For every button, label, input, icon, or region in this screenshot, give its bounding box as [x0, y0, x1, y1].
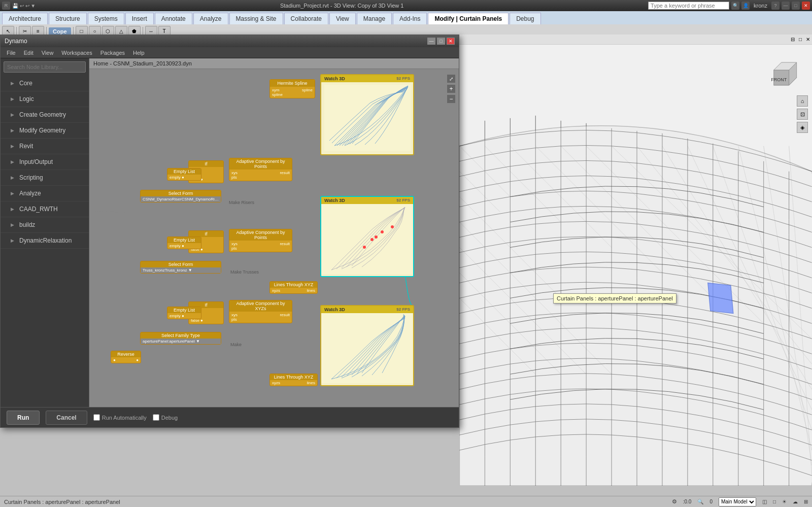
tab-view[interactable]: View: [329, 13, 356, 24]
revit-3d-viewport[interactable]: ⊟ □ ✕: [459, 35, 812, 486]
zoom-in-button[interactable]: +: [447, 84, 456, 93]
sidebar-item-core[interactable]: ▶ Core: [1, 76, 89, 91]
model-selector[interactable]: Main Model: [719, 497, 756, 506]
select-form-node-1[interactable]: Select Form CSNM_DynamoRiserCSNM_DynamoR…: [140, 190, 221, 202]
dynamo-close[interactable]: ✕: [447, 38, 455, 45]
watch3d-node-3[interactable]: Watch 3D $2 FPS: [320, 305, 414, 386]
svg-point-4: [363, 246, 366, 249]
search-node-input[interactable]: [4, 61, 86, 73]
select-form-1-value[interactable]: CSNM_DynamoRiserCSNM_DynamoRiser ▼: [141, 196, 221, 202]
select-family-type-node[interactable]: Select Family Type aperturePanel:apertur…: [140, 332, 221, 345]
tab-systems[interactable]: Systems: [88, 13, 124, 24]
title-bar-right: 🔍 👤 kronz ? — □ ✕: [648, 2, 810, 10]
empty-list-node-3[interactable]: Empty List empty ●: [167, 307, 201, 319]
sidebar-label-dynamicrelaxation: DynamicRelaxation: [19, 237, 72, 244]
dynamo-minimize[interactable]: —: [427, 38, 435, 45]
search-icon[interactable]: 🔍: [731, 2, 739, 10]
select-family-value[interactable]: aperturePanel:aperturePanel ▼: [141, 339, 221, 344]
sidebar-item-analyze[interactable]: ▶ Analyze: [1, 186, 89, 201]
watch3d-1-header: Watch 3D $2 FPS: [321, 75, 413, 82]
adaptive-component-node-2[interactable]: Adaptive Component by Points xyspts resu…: [229, 229, 292, 252]
empty-list-node-2[interactable]: Empty List empty ●: [167, 236, 201, 249]
sidebar-item-inputoutput[interactable]: ▶ Input/Output: [1, 154, 89, 170]
cancel-button[interactable]: Cancel: [46, 411, 87, 425]
visual-style: □: [773, 499, 776, 504]
sidebar-item-modify-geometry[interactable]: ▶ Modify Geometry: [1, 123, 89, 139]
canvas-area[interactable]: ⤢ + − Hermite Spline xymspline spline: [89, 69, 459, 407]
zoom-extents-btn[interactable]: ⊡: [797, 109, 808, 120]
reverse-node[interactable]: Reverse ● ●: [111, 351, 141, 363]
sidebar-label-core: Core: [19, 80, 32, 87]
sidebar-item-scripting[interactable]: ▶ Scripting: [1, 170, 89, 186]
3d-view-btn[interactable]: ◈: [797, 122, 808, 133]
zoom-fit-button[interactable]: ⤢: [447, 74, 456, 83]
empty-list-node-1[interactable]: Empty List empty ●: [167, 168, 201, 181]
dynamo-menu-workspaces[interactable]: Workspaces: [57, 49, 96, 57]
lines-1-out: lines: [307, 288, 315, 293]
status-message: Curtain Panels : aperturePanel : apertur…: [4, 499, 120, 505]
zoom-out-button[interactable]: −: [447, 94, 456, 104]
tab-analyze[interactable]: Analyze: [193, 13, 228, 24]
sidebar-item-logic[interactable]: ▶ Logic: [1, 91, 89, 107]
debug-container: Debug: [153, 414, 178, 421]
run-auto-checkbox[interactable]: [93, 414, 100, 421]
tab-manage[interactable]: Manage: [357, 13, 392, 24]
tab-modify-curtain-panels[interactable]: Modify | Curtain Panels: [428, 13, 509, 24]
status-coords: :0.0: [683, 499, 692, 504]
lines-1-in: xyzs: [272, 288, 280, 293]
tab-collaborate[interactable]: Collaborate: [284, 13, 328, 24]
status-right: ⚙ :0.0 🔍 0 Main Model ◫ □ ☀ ☁ ⊞: [672, 497, 808, 506]
sidebar-label-modify-geometry: Modify Geometry: [19, 127, 65, 134]
viewport-close-btn[interactable]: ✕: [806, 37, 810, 42]
sidebar-label-inputoutput: Input/Output: [19, 158, 53, 165]
dynamo-menu-view[interactable]: View: [38, 49, 58, 57]
sidebar-item-dynamicrelaxation[interactable]: ▶ DynamicRelaxation: [1, 233, 89, 249]
run-button[interactable]: Run: [7, 411, 40, 425]
if-1-header: If: [189, 161, 223, 167]
lines-xyz-node-1[interactable]: Lines Through XYZ xyzs lines: [269, 281, 318, 294]
tab-addins[interactable]: Add-Ins: [393, 13, 427, 24]
tab-debug[interactable]: Debug: [510, 13, 540, 24]
sidebar-item-caad-rwth[interactable]: ▶ CAAD_RWTH: [1, 201, 89, 217]
hermite-node-header: Hermite Spline: [270, 80, 315, 87]
dynamo-menu-packages[interactable]: Packages: [96, 49, 129, 57]
watch3d-2-svg: [321, 204, 413, 274]
ribbon-tabs: Architecture Structure Systems Insert An…: [0, 11, 812, 24]
watch3d-node-1[interactable]: Watch 3D $2 FPS: [320, 74, 414, 155]
minimize-button[interactable]: —: [782, 2, 790, 10]
lines-xyz-node-2[interactable]: Lines Through XYZ xyzs lines: [269, 374, 318, 386]
tab-architecture[interactable]: Architecture: [2, 13, 48, 24]
viewport-restore-btn[interactable]: ⊟: [791, 37, 795, 42]
empty-list-3-header: Empty List: [167, 307, 201, 313]
hermite-spline-node[interactable]: Hermite Spline xymspline spline: [269, 79, 315, 98]
dynamo-maximize[interactable]: □: [437, 38, 445, 45]
sidebar-item-buildz[interactable]: ▶ buildz: [1, 217, 89, 233]
dynamo-menu-help[interactable]: Help: [129, 49, 149, 57]
home-view-btn[interactable]: ⌂: [797, 95, 808, 107]
viewport-3d-canvas[interactable]: FRONT Curtain Panels : aperturePanel : a…: [459, 45, 812, 486]
viewport-maximize-btn[interactable]: □: [799, 37, 802, 42]
status-zoom-val: 0: [709, 499, 713, 504]
watch3d-node-2[interactable]: Watch 3D $2 FPS: [320, 196, 414, 277]
tab-massing[interactable]: Massing & Site: [229, 13, 283, 24]
select-form-node-2[interactable]: Select Form Truss_kronzTruss_kronz ▼: [140, 261, 221, 274]
adaptive-2-header: Adaptive Component by Points: [229, 229, 292, 241]
status-bar: Curtain Panels : aperturePanel : apertur…: [0, 496, 812, 507]
select-form-2-value[interactable]: Truss_kronzTruss_kronz ▼: [141, 267, 221, 273]
debug-checkbox[interactable]: [153, 414, 159, 421]
sidebar-item-create-geometry[interactable]: ▶ Create Geometry: [1, 107, 89, 123]
dynamo-menu-file[interactable]: File: [3, 49, 20, 57]
tab-annotate[interactable]: Annotate: [155, 13, 192, 24]
svg-text:FRONT: FRONT: [771, 77, 787, 82]
help-icon[interactable]: ?: [771, 2, 780, 10]
sidebar-item-revit[interactable]: ▶ Revit: [1, 139, 89, 154]
detail-level: ◫: [762, 499, 767, 504]
maximize-button[interactable]: □: [792, 2, 800, 10]
adaptive-component-xyz-node[interactable]: Adaptive Component by XYZs xyspts result: [229, 300, 292, 323]
keyword-search-input[interactable]: [648, 2, 729, 10]
tab-structure[interactable]: Structure: [49, 13, 87, 24]
adaptive-component-node-1[interactable]: Adaptive Component by Points xyspts resu…: [229, 158, 292, 181]
close-button[interactable]: ✕: [802, 2, 810, 10]
tab-insert[interactable]: Insert: [125, 13, 154, 24]
dynamo-menu-edit[interactable]: Edit: [20, 49, 38, 57]
